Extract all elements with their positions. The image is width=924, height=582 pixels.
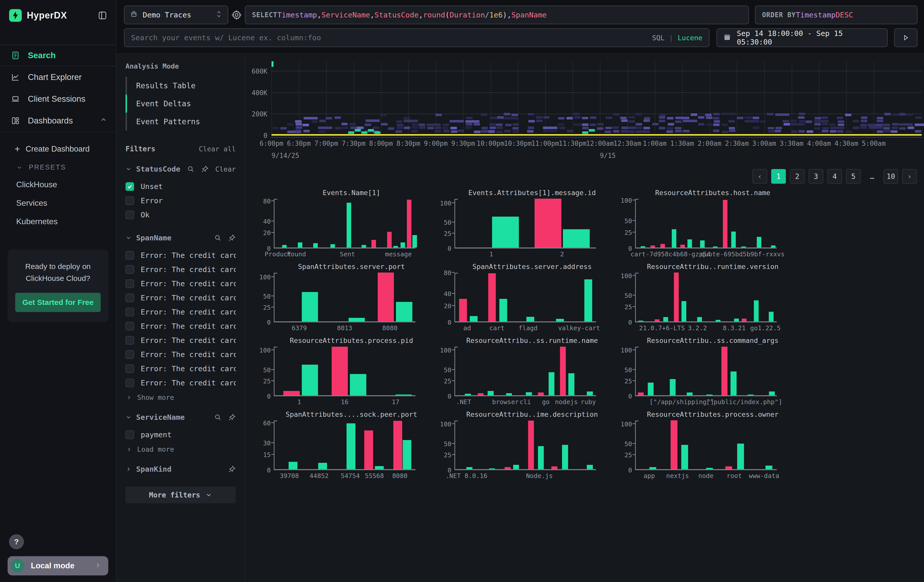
checkbox[interactable] [125,196,134,205]
filter-panel: Analysis Mode Results Table Event Deltas… [116,54,245,582]
filter-option[interactable]: Error: The credit card (… [125,333,236,348]
local-mode-button[interactable]: U Local mode [8,556,108,575]
page-button-2[interactable]: 2 [790,169,805,184]
source-select[interactable]: Demo Traces [124,6,228,24]
filter-option[interactable]: Error: The credit card (… [125,248,236,262]
bar-chart[interactable]: SpanAttributes.server.address0204080adca… [438,263,610,334]
sidebar-item-search[interactable]: Search [0,45,116,66]
prev-page-button[interactable]: ‹ [752,169,767,184]
chevron-up-icon[interactable] [100,116,107,125]
filter-option[interactable]: Error [125,194,236,208]
bar-chart[interactable]: ResourceAttribu..ss.command_args02550100… [618,336,790,408]
bar-chart[interactable]: Events.Name[1]0204080ProductFoundSentmes… [257,189,429,260]
filter-option[interactable]: Error: The credit card (… [125,319,236,333]
checkbox[interactable] [125,364,134,373]
page-button-1[interactable]: 1 [771,169,786,184]
bar-chart[interactable]: ResourceAttributes.process.owner02550100… [618,411,790,482]
next-page-button[interactable]: › [902,169,917,184]
filter-option[interactable]: Error: The credit card (… [125,291,236,305]
sidebar-item-client-sessions[interactable]: Client Sessions [0,88,116,110]
mode-event-deltas[interactable]: Event Deltas [125,95,236,113]
chevron-down-icon[interactable] [125,235,132,241]
sidebar-item-chart-explorer[interactable]: Chart Explorer [0,66,116,88]
sql-toggle[interactable]: SQL [652,34,664,42]
checkbox[interactable] [125,293,134,302]
pin-icon[interactable] [228,414,236,421]
page-button-3[interactable]: 3 [808,169,823,184]
filter-option[interactable]: Error: The credit card (… [125,376,236,390]
checkbox[interactable] [125,336,134,345]
page-button-5[interactable]: 5 [846,169,861,184]
group-clear-button[interactable]: Clear [215,165,236,173]
filter-option[interactable]: Error: The credit card (… [125,305,236,319]
checkbox[interactable] [125,211,134,219]
presets-toggle[interactable]: PRESETS [0,160,116,175]
bar-chart[interactable]: ResourceAttributes.process.pid0255010011… [257,336,429,408]
search-input[interactable]: Search your events w/ Lucene ex. column:… [124,28,710,47]
bar-chart[interactable]: Events.Attributes[1].message.id025501001… [438,189,610,260]
group-name[interactable]: StatusCode [136,165,180,173]
sidebar-collapse-icon[interactable] [97,10,108,21]
filter-option[interactable]: Error: The credit card (… [125,277,236,291]
gear-icon[interactable] [228,10,245,20]
checkbox[interactable] [125,308,134,316]
filter-option[interactable]: Error: The credit card (… [125,362,236,376]
bar-chart[interactable]: SpanAttributes....sock.peer.port01530603… [257,411,429,482]
bar-chart[interactable]: ResourceAttribu..runtime.version02550100… [618,263,790,334]
run-query-button[interactable] [894,28,917,47]
checkbox[interactable] [125,379,134,387]
filter-option[interactable]: payment [125,428,236,442]
language-toggle: SQL | Lucene [652,34,702,42]
mode-results-table[interactable]: Results Table [125,77,236,95]
chevron-right-icon[interactable] [125,466,132,472]
chevron-down-icon[interactable] [125,414,132,420]
pin-icon[interactable] [201,165,209,173]
filter-option[interactable]: Error: The credit card (… [125,262,236,277]
pin-icon[interactable] [228,234,236,242]
lucene-toggle[interactable]: Lucene [678,34,702,42]
checkbox[interactable] [125,350,134,359]
search-icon[interactable] [214,234,222,242]
get-started-button[interactable]: Get Started for Free [15,293,101,312]
checkbox[interactable] [125,279,134,288]
bar-chart[interactable]: SpanAttributes.server.port02550100637980… [257,263,429,334]
bar-chart[interactable]: ResourceAttributes.host.name02550100cart… [618,189,790,260]
filter-option[interactable]: Error: The credit card (… [125,348,236,362]
checkbox[interactable] [125,322,134,330]
filter-option[interactable]: Unset [125,180,236,194]
sidebar-item-clickhouse[interactable]: ClickHouse [0,175,116,194]
events-heatmap-chart[interactable]: 0200K400K600K [271,62,922,136]
search-icon[interactable] [187,165,195,173]
sql-select-input[interactable]: SELECT Timestamp, ServiceName, StatusCod… [245,6,749,24]
help-button[interactable]: ? [9,534,24,549]
date-range-picker[interactable]: Sep 14 18:00:00 - Sep 15 05:30:00 [716,28,888,47]
checkbox[interactable] [125,251,134,260]
more-filters-button[interactable]: More filters [125,486,236,503]
mode-event-patterns[interactable]: Event Patterns [125,113,236,130]
group-name[interactable]: ServiceName [136,413,185,422]
order-by-input[interactable]: ORDER BY Timestamp DESC [755,6,917,24]
bar-chart[interactable]: ResourceAttribu..ime.description02550100… [438,411,610,482]
search-icon[interactable] [214,414,222,421]
checkbox[interactable] [125,265,134,274]
group-name[interactable]: SpanKind [136,465,172,473]
clear-all-button[interactable]: Clear all [199,145,236,153]
heatmap-cell [381,123,388,125]
page-button-10[interactable]: 10 [884,169,898,184]
sidebar-item-services[interactable]: Services [0,194,116,212]
sidebar-item-dashboards[interactable]: Dashboards [0,110,116,132]
pin-icon[interactable] [228,465,236,473]
create-dashboard-button[interactable]: + Create Dashboard [0,138,116,160]
load-more-button[interactable]: Load more [125,442,236,453]
page-button-4[interactable]: 4 [827,169,842,184]
bar-inbound [731,371,737,395]
checkbox[interactable] [125,182,134,191]
bar-chart[interactable]: ResourceAttribu..ss.runtime.name02550100… [438,336,610,408]
filter-option[interactable]: Ok [125,208,236,222]
show-more-button[interactable]: Show more [125,390,236,401]
sidebar-item-kubernetes[interactable]: Kubernetes [0,212,116,231]
checkbox[interactable] [125,430,134,439]
group-name[interactable]: SpanName [136,234,172,242]
chevron-down-icon[interactable] [125,166,132,172]
heatmap-cell [899,123,913,126]
